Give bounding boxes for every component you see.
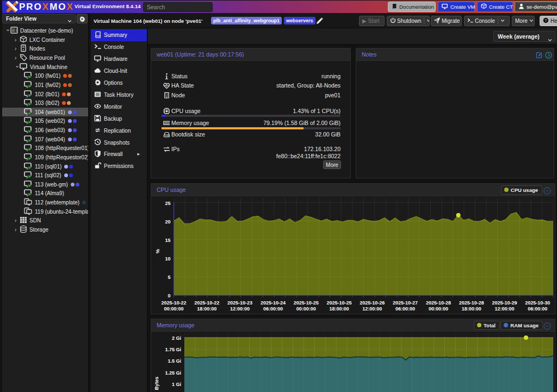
- svg-text:06:00:00: 06:00:00: [528, 306, 547, 312]
- svg-text:2025-10-28: 2025-10-28: [426, 300, 451, 306]
- svg-text:2025-10-25: 2025-10-25: [294, 300, 319, 306]
- svg-text:2025-10-24: 2025-10-24: [261, 300, 286, 306]
- svg-text:1.5 Gi: 1.5 Gi: [168, 358, 181, 364]
- svg-text:2025-10-22: 2025-10-22: [161, 300, 186, 306]
- svg-text:00:00:00: 00:00:00: [296, 306, 316, 312]
- svg-text:1 Gi: 1 Gi: [172, 382, 181, 387]
- svg-text:18:00:00: 18:00:00: [462, 306, 481, 312]
- svg-text:18:00:00: 18:00:00: [329, 306, 349, 312]
- svg-text:15: 15: [165, 238, 170, 243]
- svg-text:0: 0: [168, 293, 170, 298]
- svg-text:2025-10-30: 2025-10-30: [525, 300, 550, 306]
- svg-text:12:00:00: 12:00:00: [494, 306, 514, 312]
- svg-text:00:00:00: 00:00:00: [429, 306, 448, 312]
- svg-text:06:00:00: 06:00:00: [263, 306, 283, 312]
- svg-text:25: 25: [165, 201, 170, 206]
- svg-text:2025-10-25: 2025-10-25: [326, 300, 351, 306]
- svg-text:12:00:00: 12:00:00: [362, 306, 382, 312]
- svg-text:%: %: [155, 249, 160, 253]
- svg-text:06:00:00: 06:00:00: [395, 306, 415, 312]
- svg-text:2025-10-27: 2025-10-27: [393, 300, 418, 306]
- svg-text:2025-10-28: 2025-10-28: [459, 300, 484, 306]
- svg-text:1.75 Gi: 1.75 Gi: [165, 347, 181, 352]
- svg-text:2025-10-22: 2025-10-22: [194, 300, 219, 306]
- svg-text:Bytes: Bytes: [154, 377, 159, 390]
- svg-text:2025-10-23: 2025-10-23: [227, 300, 252, 306]
- svg-text:?: ?: [544, 18, 547, 22]
- svg-text:10: 10: [165, 256, 170, 262]
- svg-text:00:00:00: 00:00:00: [164, 306, 183, 312]
- svg-text:1.25 Gi: 1.25 Gi: [165, 370, 181, 376]
- svg-text:18:00:00: 18:00:00: [197, 306, 216, 312]
- svg-text:2025-10-29: 2025-10-29: [492, 300, 517, 306]
- svg-text:5: 5: [168, 275, 170, 280]
- svg-text:20: 20: [165, 219, 170, 225]
- svg-text:2025-10-26: 2025-10-26: [360, 300, 385, 306]
- svg-text:12:00:00: 12:00:00: [230, 306, 250, 312]
- svg-text:2 Gi: 2 Gi: [172, 335, 181, 341]
